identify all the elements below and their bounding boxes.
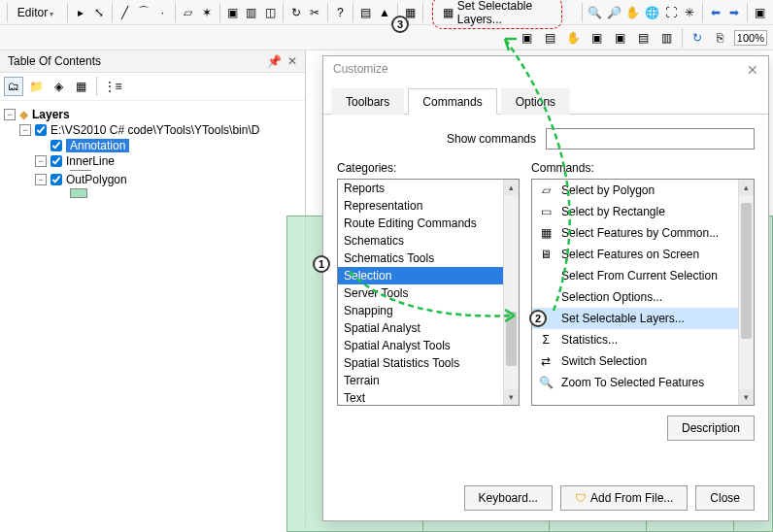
full-extent-icon[interactable]: 🌐: [644, 2, 660, 23]
commands-listbox[interactable]: ▱Select by Polygon▭Select by Rectangle▦S…: [531, 179, 755, 406]
dialog-tabs: Toolbars Commands Options: [323, 87, 768, 115]
reshape-tool-icon[interactable]: ▥: [243, 2, 259, 23]
toc-title-text: Table Of Contents: [8, 54, 101, 68]
category-item[interactable]: Text: [338, 389, 503, 405]
polygon-tool-icon[interactable]: ▱: [180, 2, 196, 23]
category-item[interactable]: Schematics: [338, 232, 503, 249]
command-item[interactable]: Selection Options...: [532, 286, 738, 308]
search-input[interactable]: [546, 128, 755, 150]
tool-icon[interactable]: ▣: [517, 27, 538, 49]
command-item[interactable]: 🔍Zoom To Selected Features: [532, 372, 738, 393]
tool-icon[interactable]: ▣: [587, 27, 608, 49]
collapse-icon[interactable]: −: [35, 174, 47, 185]
close-icon[interactable]: ✕: [747, 62, 758, 78]
export-icon[interactable]: ⎘: [710, 27, 731, 49]
command-item[interactable]: ▱Select by Polygon: [532, 180, 738, 201]
zoom-percent[interactable]: 100%: [734, 30, 767, 46]
tab-options[interactable]: Options: [501, 88, 570, 115]
category-item[interactable]: Terrain: [338, 372, 503, 389]
zoom-out-icon[interactable]: 🔎: [606, 2, 622, 23]
separator: [327, 3, 328, 22]
command-item[interactable]: ▦Select Features by Common...: [532, 222, 738, 244]
category-item[interactable]: Route Editing Commands: [338, 215, 503, 232]
vertex-tool-icon[interactable]: ▣: [224, 2, 241, 23]
table-icon[interactable]: ▤: [357, 2, 374, 23]
category-item[interactable]: Snapping: [338, 302, 503, 319]
sketch-icon[interactable]: ▲: [376, 2, 392, 23]
category-item[interactable]: Spatial Analyst: [338, 319, 503, 337]
category-item[interactable]: Spatial Statistics Tools: [338, 354, 503, 372]
collapse-icon[interactable]: −: [4, 109, 16, 120]
collapse-icon[interactable]: ✳: [682, 2, 698, 23]
tree-dataframe[interactable]: − E:\VS2010 C# code\YTools\YTools\bin\D: [4, 122, 301, 138]
tool-icon[interactable]: ▤: [633, 27, 655, 49]
list-by-selection-icon[interactable]: ▦: [71, 77, 90, 96]
category-item[interactable]: Spatial Analyst Tools: [338, 337, 503, 354]
category-item[interactable]: Reports: [338, 180, 503, 197]
list-by-visibility-icon[interactable]: ◈: [49, 77, 68, 96]
list-by-drawing-icon[interactable]: 🗂: [4, 77, 23, 96]
options-icon[interactable]: ⋮≡: [103, 77, 122, 96]
keyboard-button[interactable]: Keyboard...: [464, 485, 553, 511]
play-icon[interactable]: ▸: [72, 2, 88, 23]
cut-tool-icon[interactable]: ✂: [306, 2, 322, 23]
tool-icon[interactable]: ▤: [540, 27, 561, 49]
select-features-icon[interactable]: ▣: [752, 2, 768, 23]
visibility-checkbox[interactable]: [50, 140, 62, 151]
scroll-down-icon[interactable]: ▾: [739, 389, 754, 405]
pin-icon[interactable]: 📌: [267, 54, 282, 68]
radial-tool-icon[interactable]: ✶: [198, 2, 215, 23]
command-item[interactable]: 🖥Select Features on Screen: [532, 244, 738, 265]
collapse-icon[interactable]: −: [19, 124, 31, 136]
close-icon[interactable]: ✕: [287, 54, 297, 68]
back-icon[interactable]: ⬅: [707, 2, 723, 23]
point-tool-icon[interactable]: ·: [154, 2, 171, 23]
list-by-source-icon[interactable]: 📁: [26, 77, 46, 96]
command-item[interactable]: ΣStatistics...: [532, 329, 738, 350]
pan-icon[interactable]: ✋: [624, 2, 641, 23]
line-tool-icon[interactable]: ╱: [117, 2, 133, 23]
categories-listbox[interactable]: ReportsRepresentationRoute Editing Comma…: [337, 179, 520, 406]
scrollbar[interactable]: ▴ ▾: [738, 180, 754, 405]
tree-layer-outpolygon[interactable]: − OutPolygon: [4, 172, 301, 187]
visibility-checkbox[interactable]: [50, 155, 62, 167]
category-item[interactable]: Schematics Tools: [338, 249, 503, 267]
scroll-up-icon[interactable]: ▴: [739, 180, 754, 195]
expand-icon[interactable]: ⛶: [662, 2, 679, 23]
tool-icon[interactable]: ▣: [610, 27, 631, 49]
arrow-tool-icon[interactable]: ⤡: [90, 2, 107, 23]
tab-toolbars[interactable]: Toolbars: [331, 88, 404, 115]
command-item[interactable]: Set Selectable Layers...: [532, 308, 738, 329]
set-selectable-layers-pill[interactable]: ▦ Set Selectable Layers...: [432, 0, 563, 29]
zoom-in-icon[interactable]: 🔍: [587, 2, 603, 23]
category-item[interactable]: Server Tools: [338, 284, 503, 302]
editor-dropdown[interactable]: Editor: [11, 3, 64, 22]
command-item[interactable]: ⇄Switch Selection: [532, 350, 738, 372]
forward-icon[interactable]: ➡: [725, 2, 742, 23]
arc-tool-icon[interactable]: ⌒: [135, 2, 151, 23]
scrollbar[interactable]: ▴ ▾: [503, 180, 519, 405]
collapse-icon[interactable]: −: [35, 155, 47, 167]
command-item[interactable]: Select From Current Selection: [532, 265, 738, 286]
scroll-down-icon[interactable]: ▾: [504, 389, 519, 405]
layers-stack-icon: ▦: [443, 6, 454, 19]
tool-icon[interactable]: ▥: [656, 27, 678, 49]
tree-root[interactable]: − ◆ Layers: [4, 107, 301, 122]
add-from-file-button[interactable]: 🛡Add From File...: [560, 485, 688, 511]
help-icon[interactable]: ?: [332, 2, 349, 23]
tree-layer-annotation[interactable]: Annotation: [4, 138, 301, 153]
tree-layer-innerline[interactable]: − InnerLine: [4, 153, 301, 169]
tool-icon[interactable]: ✋: [563, 27, 585, 49]
refresh-icon[interactable]: ↻: [687, 27, 708, 49]
rotate-tool-icon[interactable]: ↻: [287, 2, 304, 23]
category-item[interactable]: Selection: [338, 267, 503, 284]
description-button[interactable]: Description: [667, 416, 755, 441]
scroll-up-icon[interactable]: ▴: [504, 180, 519, 195]
visibility-checkbox[interactable]: [50, 174, 62, 185]
command-item[interactable]: ▭Select by Rectangle: [532, 201, 738, 222]
category-item[interactable]: Representation: [338, 197, 503, 215]
tab-commands[interactable]: Commands: [408, 88, 496, 115]
visibility-checkbox[interactable]: [35, 124, 47, 136]
close-button[interactable]: Close: [695, 485, 755, 511]
split-tool-icon[interactable]: ◫: [262, 2, 279, 23]
